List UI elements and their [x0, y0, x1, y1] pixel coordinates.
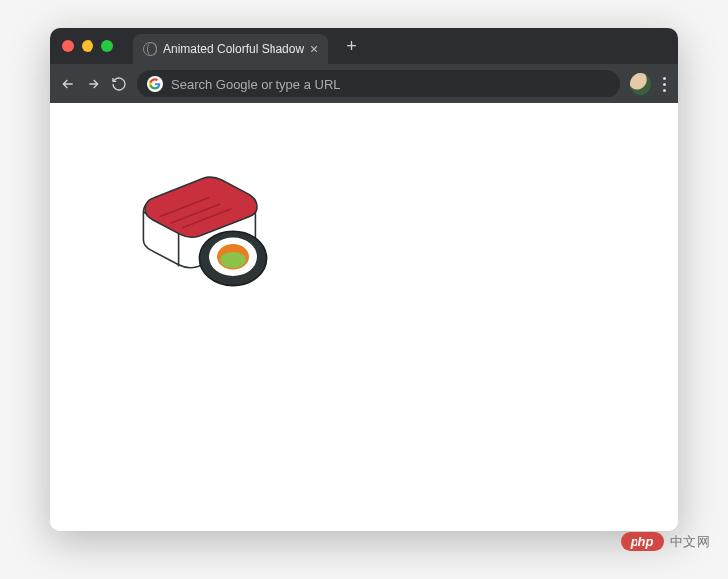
minimize-window-button[interactable] [82, 40, 93, 52]
page-viewport [50, 103, 678, 531]
close-icon[interactable]: × [310, 42, 318, 56]
maximize-window-button[interactable] [101, 40, 113, 52]
close-window-button[interactable] [62, 40, 74, 52]
reload-button[interactable] [111, 76, 127, 92]
window-controls [62, 40, 113, 52]
new-tab-button[interactable]: + [346, 36, 357, 57]
address-placeholder: Search Google or type a URL [171, 77, 341, 92]
browser-menu-button[interactable] [661, 77, 668, 92]
back-button[interactable] [60, 76, 76, 92]
reload-icon [111, 76, 127, 92]
browser-tab[interactable]: Animated Colorful Shadow × [133, 34, 328, 64]
browser-window: Animated Colorful Shadow × + Search Goog… [50, 28, 678, 531]
forward-button[interactable] [86, 76, 101, 92]
kebab-menu-icon [663, 77, 666, 80]
sushi-image [129, 163, 288, 292]
watermark-badge: php [621, 532, 664, 551]
plus-icon: + [346, 36, 357, 56]
google-icon [147, 76, 163, 92]
toolbar: Search Google or type a URL [50, 64, 678, 103]
globe-icon [143, 42, 157, 56]
watermark-text: 中文网 [670, 533, 711, 551]
address-bar[interactable]: Search Google or type a URL [137, 70, 620, 97]
profile-avatar[interactable] [630, 73, 651, 95]
back-icon [60, 76, 76, 92]
tab-title: Animated Colorful Shadow [163, 42, 304, 56]
forward-icon [86, 76, 101, 92]
title-bar: Animated Colorful Shadow × + [50, 28, 678, 64]
svg-point-3 [220, 252, 246, 268]
watermark: php 中文网 [621, 532, 710, 551]
